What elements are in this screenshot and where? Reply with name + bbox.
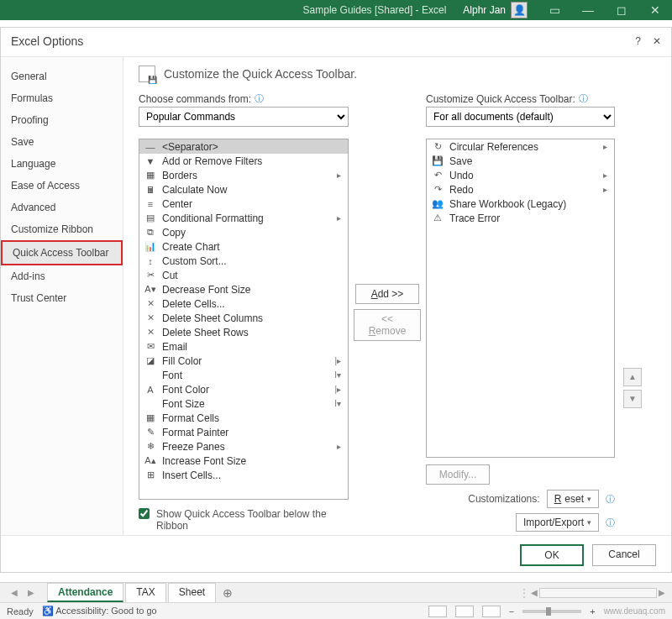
list-item[interactable]: ⨯Delete Sheet Rows [139, 325, 348, 339]
submenu-icon: I▾ [334, 370, 343, 380]
sidebar-item-formulas[interactable]: Formulas [1, 87, 123, 109]
sidebar-item-trust-center[interactable]: Trust Center [1, 287, 123, 309]
command-icon: ↶ [432, 170, 444, 181]
reset-button[interactable]: Reset [547, 490, 599, 508]
commands-listbox[interactable]: —<Separator>▼Add or Remove Filters▦Borde… [139, 139, 349, 500]
list-item[interactable]: ↕Custom Sort... [139, 254, 348, 268]
list-item[interactable]: ✂Cut [139, 268, 348, 282]
sidebar-item-save[interactable]: Save [1, 131, 123, 153]
list-item[interactable]: ⧉Copy [139, 225, 348, 239]
show-below-row[interactable]: Show Quick Access Toolbar below the Ribb… [139, 508, 349, 532]
command-icon: 💾 [432, 155, 444, 167]
add-button[interactable]: Add >> [355, 284, 419, 304]
zoom-in-button[interactable]: + [590, 606, 595, 616]
list-item[interactable]: ✉Email [139, 339, 348, 354]
horizontal-scrollbar[interactable] [539, 588, 657, 598]
list-item[interactable]: A▴Increase Font Size [139, 454, 348, 468]
list-item-label: Delete Cells... [162, 298, 225, 310]
list-item[interactable]: ⊞Insert Cells... [139, 468, 348, 482]
list-item[interactable]: ▦Borders▸ [139, 168, 348, 182]
list-item[interactable]: ▼Add or Remove Filters [139, 154, 348, 168]
cancel-button[interactable]: Cancel [592, 544, 656, 566]
close-button[interactable]: ✕ [638, 0, 672, 20]
command-icon: — [144, 141, 156, 153]
tab-nav[interactable]: ◀▶ [7, 585, 39, 600]
list-item[interactable]: 👥Share Workbook (Legacy) [427, 197, 614, 211]
zoom-slider[interactable] [522, 610, 581, 613]
list-item[interactable]: A▾Decrease Font Size [139, 282, 348, 296]
accessibility-status[interactable]: ♿ Accessibility: Good to go [42, 606, 157, 616]
info-icon[interactable] [579, 92, 588, 105]
command-icon [144, 370, 156, 381]
choose-commands-select[interactable]: Popular Commands [139, 107, 349, 127]
list-item[interactable]: 💾Save [427, 154, 614, 168]
command-icon: ✉ [144, 341, 156, 353]
modify-button: Modify... [426, 464, 490, 485]
move-down-button[interactable]: ▼ [623, 390, 642, 408]
list-item-label: Delete Sheet Columns [162, 312, 263, 324]
list-item[interactable]: ↷Redo▸ [427, 182, 614, 197]
view-normal-icon[interactable] [428, 606, 447, 617]
sheet-tab-sheet[interactable]: Sheet [168, 583, 216, 602]
list-item-label: Create Chart [162, 241, 220, 253]
sidebar-item-advanced[interactable]: Advanced [1, 197, 123, 218]
avatar-icon[interactable]: 👤 [511, 2, 528, 18]
minimize-button[interactable]: — [571, 0, 605, 20]
submenu-icon: ▸ [337, 170, 343, 180]
list-item[interactable]: ↻Circular References▸ [427, 139, 614, 154]
list-item[interactable]: 🖩Calculate Now [139, 182, 348, 197]
sidebar-item-add-ins[interactable]: Add-ins [1, 265, 123, 287]
info-icon[interactable] [606, 517, 615, 529]
maximize-button[interactable]: ◻ [605, 0, 638, 20]
list-item[interactable]: ⨯Delete Sheet Columns [139, 311, 348, 325]
qat-scope-select[interactable]: For all documents (default) [426, 107, 615, 127]
sidebar-item-customize-ribbon[interactable]: Customize Ribbon [1, 218, 123, 240]
remove-button: << Remove [354, 309, 421, 341]
import-export-button[interactable]: Import/Export [516, 513, 599, 532]
sidebar-item-proofing[interactable]: Proofing [1, 109, 123, 131]
user-area[interactable]: Alphr Jan 👤 [463, 2, 528, 18]
command-icon: ⚠ [432, 212, 444, 224]
command-icon: 👥 [432, 198, 444, 210]
view-pagelayout-icon[interactable] [455, 606, 474, 617]
show-below-checkbox[interactable] [139, 508, 150, 519]
list-item[interactable]: ◪Fill Color|▸ [139, 354, 348, 368]
sidebar-item-general[interactable]: General [1, 66, 123, 87]
list-item-label: <Separator> [162, 141, 218, 153]
list-item[interactable]: AFont Color|▸ [139, 382, 348, 396]
list-item[interactable]: ⚠Trace Error [427, 211, 614, 225]
zoom-out-button[interactable]: − [509, 606, 514, 616]
dialog-title: Excel Options [11, 34, 83, 48]
list-item[interactable]: ❄Freeze Panes▸ [139, 439, 348, 454]
list-item[interactable]: Font SizeI▾ [139, 396, 348, 411]
sheet-tab-attendance[interactable]: Attendance [47, 583, 123, 602]
qat-listbox[interactable]: ↻Circular References▸💾Save↶Undo▸↷Redo▸👥S… [426, 139, 615, 458]
list-item[interactable]: ≡Center [139, 197, 348, 211]
list-item[interactable]: ⨯Delete Cells... [139, 296, 348, 311]
list-item[interactable]: ▦Format Cells [139, 411, 348, 425]
list-item[interactable]: ▤Conditional Formatting▸ [139, 211, 348, 225]
ribbon-display-icon[interactable]: ▭ [538, 0, 571, 20]
list-item[interactable]: —<Separator> [139, 139, 348, 154]
command-icon: ✂ [144, 270, 156, 281]
sidebar-item-quick-access-toolbar[interactable]: Quick Access Toolbar [1, 240, 123, 265]
list-item[interactable]: 📊Create Chart [139, 239, 348, 254]
info-icon[interactable] [255, 92, 264, 105]
add-sheet-button[interactable]: ⊕ [223, 586, 233, 600]
help-button[interactable]: ? [635, 35, 641, 47]
user-name: Alphr Jan [463, 4, 506, 16]
move-up-button[interactable]: ▲ [623, 368, 642, 386]
dialog-close-button[interactable]: ✕ [653, 35, 661, 47]
view-pagebreak-icon[interactable] [482, 606, 501, 617]
sidebar-item-language[interactable]: Language [1, 153, 123, 175]
sheet-tab-tax[interactable]: TAX [125, 583, 165, 602]
list-item-label: Delete Sheet Rows [162, 327, 249, 338]
command-icon: ❄ [144, 441, 156, 453]
info-icon[interactable] [606, 493, 615, 506]
command-icon: ↻ [432, 141, 444, 153]
list-item[interactable]: ✎Format Painter [139, 425, 348, 439]
ok-button[interactable]: OK [520, 544, 584, 566]
list-item[interactable]: FontI▾ [139, 368, 348, 382]
list-item[interactable]: ↶Undo▸ [427, 168, 614, 182]
sidebar-item-ease-of-access[interactable]: Ease of Access [1, 175, 123, 197]
